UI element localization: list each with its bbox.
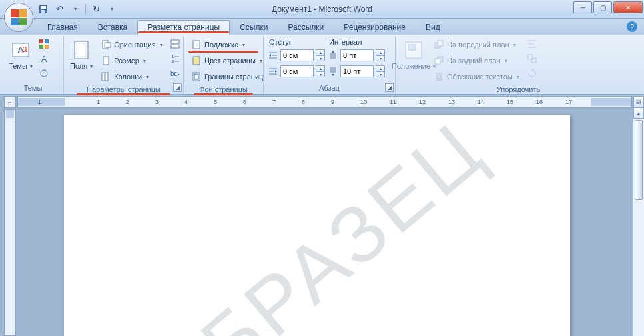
columns-label: Колонки <box>114 73 142 81</box>
orientation-button[interactable]: Ориентация▾ <box>97 37 165 52</box>
document-page[interactable]: ОБРАЗЕЦ <box>64 115 570 336</box>
indent-left-row: 0 см ▴▾ <box>268 48 325 63</box>
rotate-button[interactable] <box>525 67 539 80</box>
themes-label: Темы <box>9 62 27 70</box>
themes-icon: Aa <box>10 39 31 61</box>
bring-front-button[interactable]: На передний план▾ <box>430 37 523 52</box>
ruler-tick: 13 <box>448 99 455 105</box>
size-button[interactable]: Размер▾ <box>97 53 165 68</box>
tab-mailings[interactable]: Рассылки <box>278 20 334 35</box>
window-controls: ─ ▢ ✕ <box>573 1 643 13</box>
pagesetup-dialog-launcher[interactable]: ◢ <box>173 83 182 92</box>
vertical-ruler[interactable] <box>4 109 16 336</box>
pageborders-label: Границы страниц <box>204 73 263 81</box>
spacing-before-input[interactable]: 0 пт <box>340 49 374 61</box>
text-wrap-label: Обтекание текстом <box>447 73 513 81</box>
pageborders-button[interactable]: Границы страниц <box>188 69 259 84</box>
line-numbers-button[interactable]: 12 <box>168 52 182 65</box>
save-icon[interactable] <box>37 3 49 15</box>
pagecolor-icon <box>191 55 202 66</box>
office-logo-icon <box>11 9 27 25</box>
tab-label: Вид <box>426 23 440 32</box>
ruler-toggle-icon[interactable]: ▤ <box>633 96 644 107</box>
spin-down-icon[interactable]: ▾ <box>376 55 385 61</box>
ruler-margin-right <box>591 98 631 106</box>
group-button[interactable] <box>525 52 539 65</box>
paragraph-dialog-launcher[interactable]: ◢ <box>385 83 394 92</box>
tab-pagelayout[interactable]: Разметка страницы <box>137 20 230 35</box>
spin-down-icon[interactable]: ▾ <box>376 71 385 77</box>
send-back-button[interactable]: На задний план▾ <box>430 53 523 68</box>
spin-up-icon[interactable]: ▴ <box>316 65 325 71</box>
highlight-underline <box>138 31 229 33</box>
svg-rect-46 <box>438 41 443 46</box>
spin-up-icon[interactable]: ▴ <box>376 65 385 71</box>
undo-icon[interactable]: ↶ <box>53 3 65 15</box>
position-button[interactable]: Положение▾ <box>400 37 428 72</box>
office-button[interactable] <box>4 3 33 32</box>
tab-view[interactable]: Вид <box>416 20 450 35</box>
scroll-up-icon[interactable]: ▴ <box>633 107 644 119</box>
ruler-tick: 11 <box>390 99 396 105</box>
breaks-button[interactable] <box>168 37 182 51</box>
svg-rect-49 <box>437 75 441 79</box>
align-button[interactable] <box>525 37 539 51</box>
ruler-tick: 6 <box>243 99 246 105</box>
chevron-down-icon: ▾ <box>260 58 262 64</box>
watermark-icon: A <box>191 39 202 50</box>
text-wrap-button[interactable]: Обтекание текстом▾ <box>430 69 523 84</box>
group-themes: Aa Темы▾ A Темы <box>3 36 64 94</box>
close-button[interactable]: ✕ <box>613 1 643 13</box>
titlebar: ↶ ▾ ↻ ▾ Документ1 - Microsoft Word ─ ▢ ✕ <box>0 0 644 19</box>
indent-right-spinner[interactable]: ▴▾ <box>316 65 325 77</box>
tab-home[interactable]: Главная <box>37 20 88 35</box>
indent-right-icon <box>268 66 278 77</box>
spin-up-icon[interactable]: ▴ <box>376 49 385 55</box>
spin-down-icon[interactable]: ▾ <box>316 71 325 77</box>
spacing-after-input[interactable]: 10 пт <box>340 65 374 77</box>
tab-references[interactable]: Ссылки <box>230 20 278 35</box>
theme-effects-icon[interactable] <box>37 67 51 80</box>
themes-button[interactable]: Aa Темы▾ <box>7 37 35 72</box>
send-back-icon <box>434 55 444 66</box>
indent-left-spinner[interactable]: ▴▾ <box>316 49 325 61</box>
tab-review[interactable]: Рецензирование <box>334 20 416 35</box>
indent-right-input[interactable]: 0 см <box>280 65 314 77</box>
redo-icon[interactable]: ↻ <box>90 3 102 15</box>
undo-dropdown-icon[interactable]: ▾ <box>69 3 81 15</box>
theme-colors-icon[interactable] <box>37 37 51 51</box>
ruler-tick: 2 <box>126 99 129 105</box>
vertical-scrollbar[interactable]: ▤ ▴ <box>633 96 644 336</box>
chevron-down-icon: ▾ <box>242 42 245 48</box>
scroll-thumb[interactable] <box>635 120 643 200</box>
tab-insert[interactable]: Вставка <box>88 20 138 35</box>
ruler-corner[interactable]: ⌐ <box>4 96 16 108</box>
spin-up-icon[interactable]: ▴ <box>316 49 325 55</box>
spin-down-icon[interactable]: ▾ <box>316 55 325 61</box>
watermark-button[interactable]: AПодложка▾ <box>188 37 259 52</box>
text-wrap-icon <box>434 71 444 82</box>
columns-button[interactable]: Колонки▾ <box>97 69 165 84</box>
qat-customize-icon[interactable]: ▾ <box>106 3 118 15</box>
hyphenation-button[interactable]: bc‑ <box>168 67 182 80</box>
spacing-after-spinner[interactable]: ▴▾ <box>376 65 385 77</box>
watermark-text: ОБРАЗЕЦ <box>133 103 501 336</box>
pageborders-icon <box>191 71 202 82</box>
theme-fonts-icon[interactable]: A <box>37 52 51 65</box>
group-pagebg-label: Фон страницы <box>188 84 259 95</box>
chevron-down-icon: ▾ <box>505 58 507 64</box>
tab-label: Рецензирование <box>344 23 406 32</box>
group-paragraph: Отступ 0 см ▴▾ 0 см ▴▾ Интервал 0 пт ▴▾ <box>264 36 396 94</box>
help-icon[interactable]: ? <box>627 21 637 32</box>
size-icon <box>101 55 111 66</box>
spacing-before-spinner[interactable]: ▴▾ <box>376 49 385 61</box>
svg-rect-19 <box>171 40 179 43</box>
pagecolor-button[interactable]: Цвет страницы▾ <box>188 53 259 68</box>
margins-icon <box>71 39 92 61</box>
maximize-button[interactable]: ▢ <box>593 1 612 13</box>
horizontal-ruler[interactable]: 3211234567891011121314151617 <box>17 96 632 108</box>
minimize-button[interactable]: ─ <box>573 1 592 13</box>
indent-left-input[interactable]: 0 см <box>280 49 314 61</box>
svg-rect-2 <box>41 10 45 13</box>
margins-button[interactable]: Поля▾ <box>68 37 95 72</box>
